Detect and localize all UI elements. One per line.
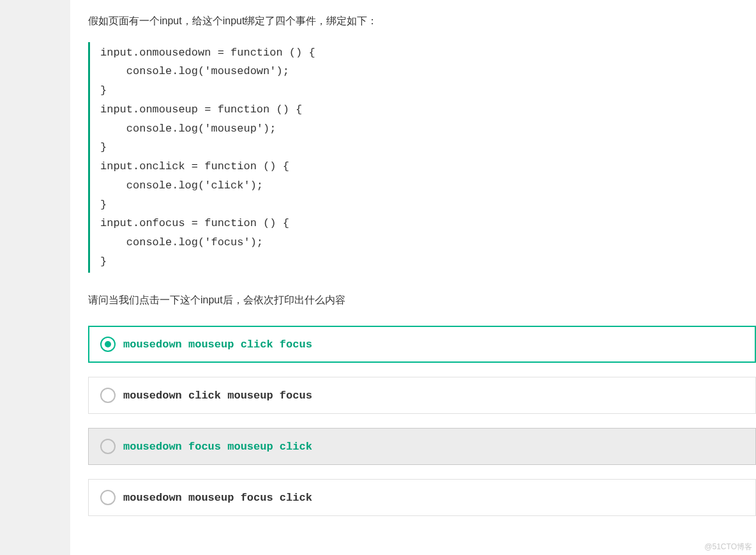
answer-option-a[interactable]: mousedown mouseup click focus xyxy=(88,326,756,363)
radio-icon xyxy=(100,337,116,352)
answer-options: mousedown mouseup click focus mousedown … xyxy=(88,326,756,516)
answer-option-c[interactable]: mousedown focus mouseup click xyxy=(88,428,756,465)
radio-icon xyxy=(100,388,116,403)
answer-option-d[interactable]: mousedown mouseup focus click xyxy=(88,479,756,516)
answer-option-label: mousedown focus mouseup click xyxy=(123,441,312,453)
question-followup-text: 请问当我们点击一下这个input后，会依次打印出什么内容 xyxy=(88,292,756,308)
answer-option-label: mousedown mouseup focus click xyxy=(123,492,312,504)
answer-option-label: mousedown click mouseup focus xyxy=(123,390,312,402)
radio-icon xyxy=(100,439,116,454)
radio-icon xyxy=(100,490,116,505)
code-snippet: input.onmousedown = function () { consol… xyxy=(88,42,756,273)
question-intro-text: 假如页面有一个input，给这个input绑定了四个事件，绑定如下： xyxy=(88,13,756,29)
watermark-text: @51CTO博客 xyxy=(704,542,752,552)
question-container: 假如页面有一个input，给这个input绑定了四个事件，绑定如下： input… xyxy=(70,0,756,555)
answer-option-label: mousedown mouseup click focus xyxy=(123,338,312,351)
answer-option-b[interactable]: mousedown click mouseup focus xyxy=(88,377,756,414)
